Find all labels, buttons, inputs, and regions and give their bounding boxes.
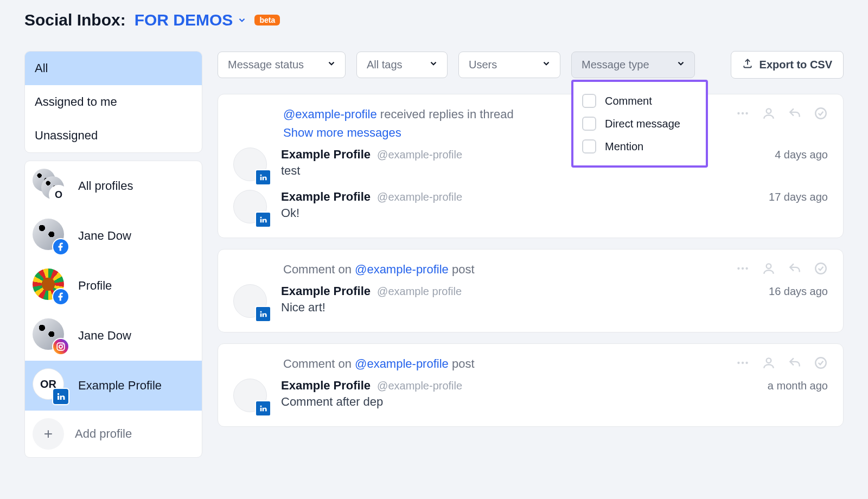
workspace-name: FOR DEMOS — [135, 11, 233, 29]
author-name: Example Profile — [281, 190, 371, 204]
thread-card: @example-profile received replies in thr… — [218, 94, 844, 238]
message-item: Example Profile @example-profile a month… — [233, 379, 828, 414]
checkbox[interactable] — [582, 94, 596, 108]
avatar — [233, 190, 269, 226]
svg-point-8 — [737, 267, 739, 270]
svg-point-17 — [815, 357, 826, 368]
facebook-icon — [52, 288, 69, 305]
sidebar-item-label: Jane Dow — [78, 229, 131, 243]
thread-header: Comment on @example-profile post — [283, 356, 828, 372]
author-handle: @example-profile — [377, 191, 462, 203]
assign-icon[interactable] — [762, 106, 776, 123]
thread-actions — [736, 261, 828, 278]
plus-icon: + — [33, 418, 64, 450]
message-text: test — [281, 164, 828, 178]
chevron-down-icon — [676, 59, 685, 71]
chevron-down-icon — [541, 59, 550, 71]
linkedin-icon — [255, 306, 271, 322]
author-handle: @example-profile — [377, 149, 462, 161]
add-profile-button[interactable]: + Add profile — [25, 411, 202, 457]
author-handle: @example profile — [377, 285, 462, 298]
beta-badge: beta — [254, 15, 280, 25]
reply-icon[interactable] — [788, 356, 802, 372]
linkedin-icon — [255, 212, 271, 228]
add-profile-label: Add profile — [75, 427, 132, 441]
upload-icon — [742, 58, 753, 72]
thread-header: @example-profile received replies in thr… — [283, 106, 828, 123]
message-text: Nice art! — [281, 300, 828, 315]
svg-point-10 — [745, 267, 748, 270]
svg-point-2 — [62, 344, 63, 345]
timestamp: 16 days ago — [769, 285, 828, 298]
show-more-link[interactable]: Show more messages — [283, 126, 828, 140]
timestamp: a month ago — [768, 380, 828, 392]
filter-label: All tags — [367, 59, 403, 71]
reply-icon[interactable] — [788, 106, 802, 123]
more-icon[interactable] — [736, 261, 750, 278]
sidebar-filter-assigned[interactable]: Assigned to me — [25, 85, 202, 119]
profile-handle-link[interactable]: @example-profile — [283, 107, 377, 121]
svg-point-9 — [742, 267, 744, 270]
filter-tags[interactable]: All tags — [356, 52, 448, 78]
svg-point-7 — [815, 108, 826, 119]
message-type-dropdown: Comment Direct message Mention — [571, 80, 708, 168]
sidebar-filter-all[interactable]: All — [25, 52, 202, 85]
thread-header-post: post — [449, 357, 475, 370]
sidebar-item-label: Example Profile — [78, 379, 162, 393]
linkedin-icon — [52, 388, 69, 405]
filter-users[interactable]: Users — [458, 52, 560, 78]
message-item: Example Profile @example-profile 4 days … — [233, 148, 828, 183]
sidebar-profile[interactable]: Profile — [25, 261, 202, 311]
more-icon[interactable] — [736, 356, 750, 372]
checkbox[interactable] — [582, 117, 596, 131]
check-icon[interactable] — [814, 106, 828, 123]
linkedin-icon — [255, 400, 271, 417]
dropdown-option-direct-message[interactable]: Direct message — [580, 112, 699, 135]
dropdown-option-mention[interactable]: Mention — [580, 135, 699, 158]
author-handle: @example-profile — [377, 380, 462, 392]
page-header: Social Inbox: FOR DEMOS beta — [24, 11, 844, 29]
sidebar-profiles: O All profiles Jane Dow — [24, 161, 202, 458]
profile-handle-link[interactable]: @example-profile — [355, 263, 449, 276]
timestamp: 17 days ago — [769, 191, 828, 203]
chevron-down-icon — [237, 15, 247, 25]
thread-header: Comment on @example-profile post — [283, 261, 828, 278]
sidebar-profile[interactable]: Jane Dow — [25, 311, 202, 361]
main: Message status All tags Users Message ty… — [218, 51, 844, 427]
svg-point-16 — [767, 358, 771, 363]
sidebar-profile-active[interactable]: OR Example Profile — [25, 361, 202, 411]
dropdown-option-comment[interactable]: Comment — [580, 89, 699, 112]
export-csv-button[interactable]: Export to CSV — [731, 51, 844, 79]
sidebar-filter-unassigned[interactable]: Unassigned — [25, 119, 202, 152]
message-text: Comment after dep — [281, 395, 828, 409]
assign-icon[interactable] — [762, 356, 776, 372]
check-icon[interactable] — [814, 261, 828, 278]
checkbox[interactable] — [582, 139, 596, 153]
svg-point-5 — [745, 112, 748, 114]
check-icon[interactable] — [814, 356, 828, 372]
filter-label: Users — [469, 59, 497, 71]
thread-header-text: received replies in thread — [380, 107, 514, 121]
message-text: Ok! — [281, 206, 828, 220]
thread-actions — [736, 356, 828, 372]
facebook-icon — [52, 238, 69, 255]
workspace-switcher[interactable]: FOR DEMOS — [135, 11, 247, 29]
filter-message-status[interactable]: Message status — [218, 52, 346, 78]
timestamp: 4 days ago — [775, 149, 828, 161]
filter-message-type[interactable]: Message type — [571, 52, 695, 78]
thread-actions — [736, 106, 828, 123]
svg-point-11 — [767, 264, 771, 268]
chevron-down-icon — [327, 59, 335, 71]
reply-icon[interactable] — [788, 261, 802, 278]
sidebar: All Assigned to me Unassigned O All prof… — [24, 51, 202, 458]
avatar — [233, 284, 269, 320]
avatar — [233, 148, 269, 183]
sidebar-profile[interactable]: Jane Dow — [25, 211, 202, 261]
profile-handle-link[interactable]: @example-profile — [355, 357, 449, 370]
avatar — [233, 379, 269, 414]
thread-header-pre: Comment on — [283, 357, 355, 370]
assign-icon[interactable] — [762, 261, 776, 278]
sidebar-all-profiles[interactable]: O All profiles — [25, 161, 202, 211]
more-icon[interactable] — [736, 106, 750, 123]
chevron-down-icon — [429, 59, 437, 71]
